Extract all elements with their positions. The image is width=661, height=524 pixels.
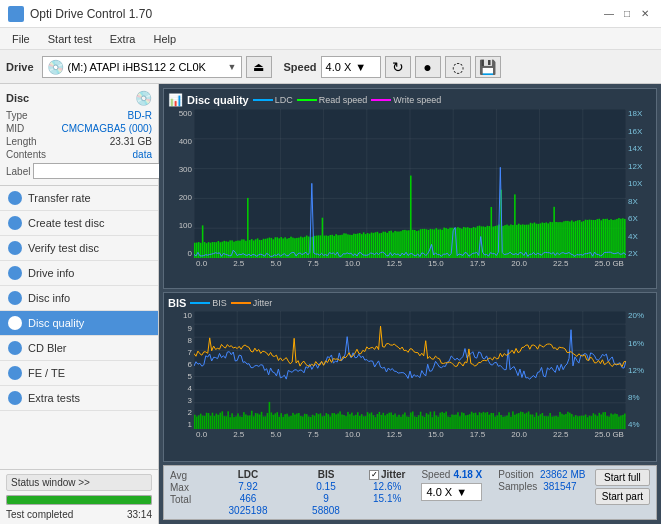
legend-jitter-label: Jitter: [253, 298, 273, 308]
progress-bar-bg: [6, 495, 152, 505]
eject-button[interactable]: ⏏: [246, 56, 272, 78]
drive-toolbar: Drive 💿 (M:) ATAPI iHBS112 2 CL0K ▼ ⏏ Sp…: [0, 50, 661, 84]
stats-max-label: Max: [170, 482, 205, 493]
legend-write-speed: Write speed: [371, 95, 441, 105]
sidebar-item-create-test-disc[interactable]: Create test disc: [0, 211, 158, 236]
speed-select-stats[interactable]: 4.0 X ▼: [421, 483, 482, 501]
erase-button[interactable]: ◌: [445, 56, 471, 78]
nav-label-fe-te: FE / TE: [28, 367, 65, 379]
jitter-avg: 12.6%: [369, 481, 405, 492]
start-part-button[interactable]: Start part: [595, 488, 650, 505]
bis-total: 58808: [291, 505, 361, 516]
nav-label-drive-info: Drive info: [28, 267, 74, 279]
sidebar-item-cd-bler[interactable]: CD Bler: [0, 336, 158, 361]
legend-read-label: Read speed: [319, 95, 368, 105]
sidebar-item-fe-te[interactable]: FE / TE: [0, 361, 158, 386]
disc-type-value: BD-R: [128, 110, 152, 121]
disc-quality-chart-panel: 📊 Disc quality LDC Read speed Write spee…: [163, 88, 657, 289]
disc-contents-value: data: [133, 149, 152, 160]
status-window-button[interactable]: Status window >>: [6, 474, 152, 491]
ldc-header: LDC: [213, 469, 283, 480]
bis-max: 9: [291, 493, 361, 504]
quality-chart-title: Disc quality: [187, 94, 249, 106]
samples-val: 381547: [543, 481, 576, 492]
nav-icon-verify-test-disc: [8, 241, 22, 255]
disc-panel: Disc 💿 Type BD-R MID CMCMAGBA5 (000) Len…: [0, 84, 158, 186]
sidebar-item-drive-info[interactable]: Drive info: [0, 261, 158, 286]
save-button[interactable]: 💾: [475, 56, 501, 78]
bis-chart-title: BIS: [168, 297, 186, 309]
nav-icon-disc-quality: [8, 316, 22, 330]
legend-ldc: LDC: [253, 95, 293, 105]
bis-chart-panel: BIS BIS Jitter 10 9 8 7 6: [163, 292, 657, 462]
sidebar-item-verify-test-disc[interactable]: Verify test disc: [0, 236, 158, 261]
drive-select[interactable]: 💿 (M:) ATAPI iHBS112 2 CL0K ▼: [42, 56, 242, 78]
speed-select-arrow: ▼: [456, 486, 467, 498]
bis-chart-wrapper: 10 9 8 7 6 5 4 3 2 1 20: [168, 311, 652, 429]
speed-label: Speed: [284, 61, 317, 73]
sidebar-item-disc-info[interactable]: Disc info: [0, 286, 158, 311]
menu-extra[interactable]: Extra: [102, 31, 144, 47]
ldc-max: 466: [213, 493, 283, 504]
nav-icon-cd-bler: [8, 341, 22, 355]
quality-y-axis-left: 500 400 300 200 100 0: [168, 109, 194, 258]
quality-chart-icon: 📊: [168, 93, 183, 107]
legend-read-speed: Read speed: [297, 95, 368, 105]
nav-icon-create-test-disc: [8, 216, 22, 230]
menu-file[interactable]: File: [4, 31, 38, 47]
close-button[interactable]: ✕: [637, 6, 653, 22]
speed-section-label: Speed: [421, 469, 450, 480]
legend-jitter: Jitter: [231, 298, 273, 308]
quality-x-axis: 0.0 2.5 5.0 7.5 10.0 12.5 15.0 17.5 20.0…: [168, 259, 652, 268]
speed-select[interactable]: 4.0 X ▼: [321, 56, 381, 78]
jitter-checkbox[interactable]: ✓: [369, 470, 379, 480]
legend-write-label: Write speed: [393, 95, 441, 105]
stats-bis-col: BIS 0.15 9 58808: [291, 469, 361, 516]
menu-help[interactable]: Help: [145, 31, 184, 47]
disc-type-label: Type: [6, 110, 28, 121]
menubar: File Start test Extra Help: [0, 28, 661, 50]
jitter-header: Jitter: [381, 469, 405, 480]
sidebar-item-extra-tests[interactable]: Extra tests: [0, 386, 158, 411]
disc-length-value: 23.31 GB: [110, 136, 152, 147]
legend-ldc-color: [253, 99, 273, 101]
nav-label-verify-test-disc: Verify test disc: [28, 242, 99, 254]
sidebar-item-transfer-rate[interactable]: Transfer rate: [0, 186, 158, 211]
speed-value: 4.0 X: [326, 61, 352, 73]
legend-jitter-color: [231, 302, 251, 304]
start-full-button[interactable]: Start full: [595, 469, 650, 486]
status-text: Test completed: [6, 509, 73, 520]
nav-label-cd-bler: CD Bler: [28, 342, 67, 354]
legend-bis-color: [190, 302, 210, 304]
position-label: Position: [498, 469, 534, 480]
status-time: 33:14: [127, 509, 152, 520]
menu-start-test[interactable]: Start test: [40, 31, 100, 47]
disc-label-input[interactable]: [33, 163, 166, 179]
quality-chart-wrapper: 500 400 300 200 100 0 18X 16X 14X 1: [168, 109, 652, 258]
speed-select-value: 4.0 X: [426, 486, 452, 498]
ldc-total: 3025198: [213, 505, 283, 516]
speed-section: Speed 4.18 X 4.0 X ▼: [421, 469, 482, 501]
stats-avg-label: Avg: [170, 470, 205, 481]
disc-label-key: Label: [6, 166, 30, 177]
nav-icon-transfer-rate: [8, 191, 22, 205]
quality-canvas: [194, 109, 626, 258]
nav-icon-extra-tests: [8, 391, 22, 405]
nav-label-create-test-disc: Create test disc: [28, 217, 104, 229]
status-window-label: Status window >>: [11, 477, 90, 488]
burn-button[interactable]: ●: [415, 56, 441, 78]
nav-icon-fe-te: [8, 366, 22, 380]
sidebar-item-disc-quality[interactable]: Disc quality: [0, 311, 158, 336]
nav-icon-disc-info: [8, 291, 22, 305]
refresh-button[interactable]: ↻: [385, 56, 411, 78]
bis-avg: 0.15: [291, 481, 361, 492]
jitter-checkbox-row: ✓ Jitter: [369, 469, 405, 480]
chart-quality-header: 📊 Disc quality LDC Read speed Write spee…: [168, 93, 652, 107]
drive-select-value: (M:) ATAPI iHBS112 2 CL0K: [68, 61, 224, 73]
maximize-button[interactable]: □: [619, 6, 635, 22]
ldc-avg: 7.92: [213, 481, 283, 492]
nav-list: Transfer rate Create test disc Verify te…: [0, 186, 158, 411]
chart-bis-header: BIS BIS Jitter: [168, 297, 652, 309]
disc-contents-label: Contents: [6, 149, 46, 160]
minimize-button[interactable]: —: [601, 6, 617, 22]
